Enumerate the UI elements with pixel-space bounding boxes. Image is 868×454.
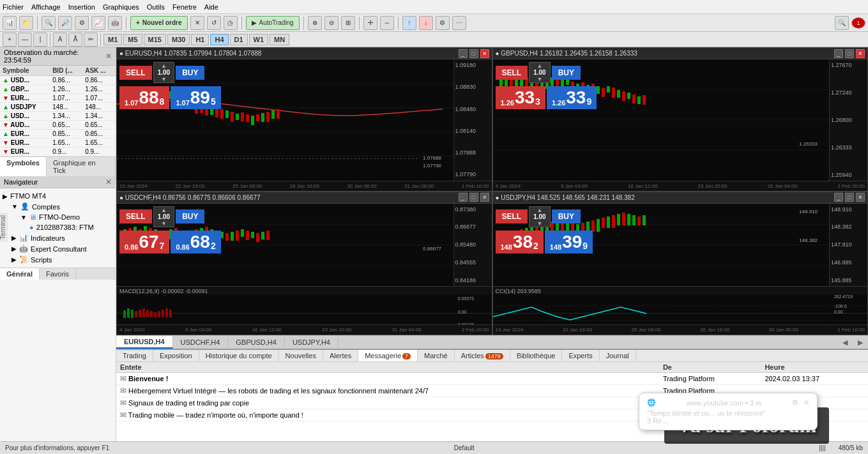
usdjpy-sell-btn[interactable]: SELL (496, 209, 528, 223)
zoom-chart-btn[interactable]: ⊕ (308, 16, 322, 30)
menu-graphiques[interactable]: Graphiques (103, 3, 139, 11)
gbpusd-sell-btn[interactable]: SELL (496, 66, 528, 80)
chart-tab-usdchf[interactable]: USDCHF,H4 (173, 337, 229, 348)
chart-prop-btn[interactable]: ⚙ (75, 16, 89, 30)
gbpusd-buy-btn[interactable]: BUY (552, 66, 581, 80)
expert-btn[interactable]: 🤖 (108, 16, 122, 30)
chart-tab-scroll-right[interactable]: ▶ (853, 337, 868, 348)
market-row[interactable]: ▼ EUR... 1.07... 1.07... (0, 94, 116, 103)
tf-h1[interactable]: H1 (191, 34, 209, 45)
nav-scripts[interactable]: ▶ 📜 Scripts (3, 254, 113, 265)
chart-eurusd-min[interactable]: _ (459, 49, 468, 58)
terminal-tab-bibliotheque[interactable]: Bibliothèque (510, 350, 563, 361)
search-btn[interactable]: 🔍 (835, 16, 849, 30)
chart-usdjpy-canvas[interactable]: 148.382 148.910 SELL ▲ 1.00 ▼ (493, 204, 830, 287)
usdchf-sell-btn[interactable]: SELL (119, 209, 152, 223)
terminal-tab-alertes[interactable]: Alertes (323, 350, 358, 361)
gbpusd-lot-selector[interactable]: ▲ 1.00 ▼ (529, 62, 550, 83)
nav-comptes[interactable]: ▼ 👤 Comptes (3, 201, 113, 212)
scroll-btn[interactable]: ↔ (380, 16, 394, 30)
chart-tab-eurusd[interactable]: EURUSD,H4 (116, 336, 173, 349)
cursor-btn[interactable]: + (3, 33, 17, 47)
market-row[interactable]: ▲ GBP... 1.26... 1.26... (0, 85, 116, 94)
tab-favoris[interactable]: Favoris (40, 268, 76, 280)
vline-btn[interactable]: | (33, 33, 47, 47)
chart-usdjpy-max[interactable]: □ (845, 193, 854, 202)
zoom-out-btn[interactable]: 🔎 (58, 16, 72, 30)
text2-btn[interactable]: Å (68, 33, 82, 47)
nav-ftmo-mt4[interactable]: ▶ FTMO MT4 (3, 191, 113, 201)
tab-general[interactable]: Général (0, 268, 40, 280)
navigator-close[interactable]: ✕ (105, 178, 112, 186)
chart-usdchf-body[interactable]: 0.86677 SELL ▲ 1.00 ▼ (117, 204, 492, 325)
chart-eurusd-body[interactable]: 1.07888 1.07790 SELL ▲ 1.00 ▼ (117, 59, 492, 181)
chart-usdjpy-min[interactable]: _ (834, 193, 843, 202)
new-order-btn[interactable]: + Nouvel ordre (130, 16, 188, 30)
notif-settings-btn[interactable]: ⚙ (792, 398, 798, 407)
terminal-tab-nouvelles[interactable]: Nouvelles (279, 350, 323, 361)
eurusd-lot-selector[interactable]: ▲ 1.00 ▼ (153, 62, 174, 83)
market-row[interactable]: ▲ USD... 0.86... 0.86... (0, 76, 116, 85)
market-row[interactable]: ▼ EUR... 0.9... 0.9... (0, 148, 116, 156)
text-btn[interactable]: A (53, 33, 67, 47)
tf-h4[interactable]: H4 (210, 34, 228, 45)
terminal-tab-articles[interactable]: Articles1479 (455, 350, 510, 361)
indicator-btn[interactable]: 📈 (91, 16, 105, 30)
nav-indicateurs[interactable]: ▶ 📊 Indicateurs (3, 232, 113, 243)
tf-m1[interactable]: M1 (103, 34, 122, 45)
chart-usdchf-close[interactable]: ✕ (480, 193, 489, 202)
new-chart-btn[interactable]: 📊 (3, 16, 17, 30)
autotrading-btn[interactable]: ▶ AutoTrading (246, 16, 300, 30)
usdchf-lot-selector[interactable]: ▲ 1.00 ▼ (153, 206, 174, 227)
crosshair-btn[interactable]: ✛ (363, 16, 377, 30)
terminal-tab-historique[interactable]: Historique du compte (199, 350, 279, 361)
chart-eurusd-canvas[interactable]: 1.07888 1.07790 SELL ▲ 1.00 ▼ (117, 59, 453, 181)
nav-expert[interactable]: ▶ 🤖 Expert Consultant (3, 243, 113, 254)
market-row[interactable]: ▲ USD... 1.34... 1.34... (0, 112, 116, 121)
chart-gbpusd-canvas[interactable]: 1.26333 SELL ▲ 1.00 ▼ BUY (493, 59, 830, 181)
history-btn[interactable]: ◷ (224, 16, 238, 30)
nav-ftmo-demo[interactable]: ▼ 🖥 FTMO-Demo (3, 212, 113, 222)
chart-usdchf-min[interactable]: _ (459, 193, 468, 202)
usdchf-buy-btn[interactable]: BUY (176, 209, 204, 223)
chart-usdchf-max[interactable]: □ (469, 193, 478, 202)
usdjpy-lot-selector[interactable]: ▲ 1.00 ▼ (529, 206, 550, 227)
menu-outils[interactable]: Outils (147, 3, 165, 11)
menu-insertion[interactable]: Insertion (68, 3, 95, 11)
tf-d1[interactable]: D1 (230, 34, 248, 45)
terminal-tab-messagerie[interactable]: Messagerie7 (358, 350, 418, 361)
chart-usdchf-canvas[interactable]: 0.86677 SELL ▲ 1.00 ▼ (117, 204, 453, 287)
notif-close-btn[interactable]: ✕ (803, 398, 809, 407)
chart-gbpusd-body[interactable]: 1.26333 SELL ▲ 1.00 ▼ BUY (493, 59, 868, 181)
menu-fenetre[interactable]: Fenetre (172, 3, 197, 11)
tf-m30[interactable]: M30 (167, 34, 190, 45)
menu-affichage[interactable]: Affichage (31, 3, 61, 11)
menu-aide[interactable]: Aide (204, 3, 218, 11)
draw-btn[interactable]: ✏ (84, 33, 98, 47)
terminal-tab-journal[interactable]: Journal (600, 350, 636, 361)
market-row[interactable]: ▼ AUD... 0.65... 0.65... (0, 121, 116, 130)
chart-eurusd-close[interactable]: ✕ (480, 49, 489, 58)
chart-tab-scroll-left[interactable]: ◀ (837, 337, 853, 348)
tf-m5[interactable]: M5 (123, 34, 142, 45)
terminal-tab-experts[interactable]: Experts (562, 350, 599, 361)
chart-usdjpy-close[interactable]: ✕ (856, 193, 865, 202)
zoom-in-btn[interactable]: 🔍 (42, 16, 56, 30)
market-row[interactable]: ▼ EUR... 1.65... 1.65... (0, 139, 116, 148)
hline-btn[interactable]: — (18, 33, 32, 47)
zoom-chart-out-btn[interactable]: ⊖ (324, 16, 339, 30)
settings-btn[interactable]: ⚙ (436, 16, 450, 30)
tf-w1[interactable]: W1 (249, 34, 269, 45)
market-buy-btn[interactable]: ↑ (402, 16, 416, 30)
usdjpy-buy-btn[interactable]: BUY (552, 209, 581, 223)
menu-fichier[interactable]: Fichier (3, 3, 24, 11)
terminal-tab-marche[interactable]: Marché (418, 350, 455, 361)
eurusd-sell-btn[interactable]: SELL (119, 66, 152, 80)
chart-gbpusd-min[interactable]: _ (834, 49, 843, 58)
tab-symboles[interactable]: Symboles (0, 157, 47, 176)
terminal-tab-trading[interactable]: Trading (116, 350, 153, 361)
chart-eurusd-max[interactable]: □ (469, 49, 478, 58)
chart-gbpusd-close[interactable]: ✕ (856, 49, 865, 58)
chart-tab-usdjpy[interactable]: USDJPY,H4 (285, 337, 339, 348)
chart-gbpusd-max[interactable]: □ (845, 49, 854, 58)
